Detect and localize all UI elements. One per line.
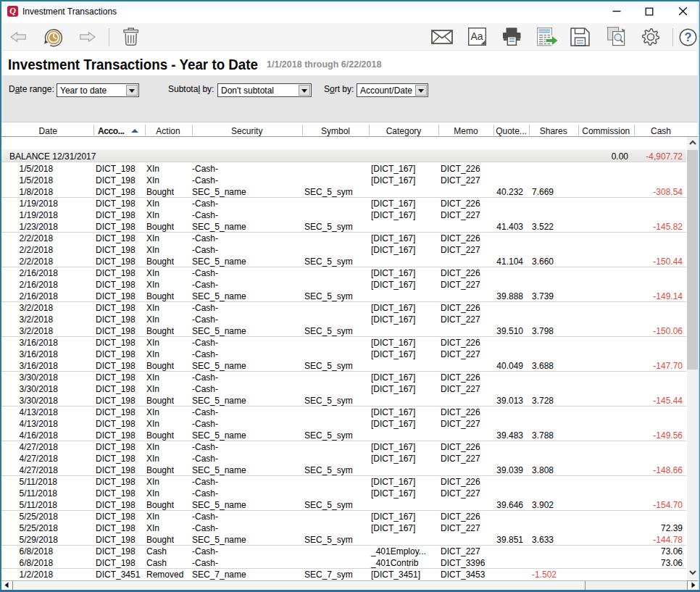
svg-text:Aa: Aa (470, 30, 483, 42)
svg-text:Q: Q (9, 6, 16, 16)
svg-text:?: ? (685, 30, 692, 43)
